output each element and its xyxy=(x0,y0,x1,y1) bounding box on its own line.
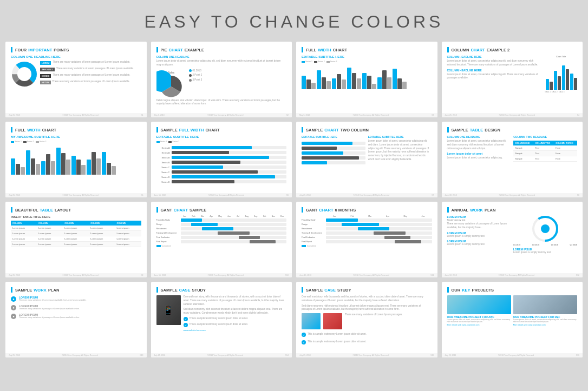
donut-chart xyxy=(11,61,38,90)
slide-title-11: GANT CHART 6 MONTHS xyxy=(302,207,432,213)
timeline-item-2: ● LOREM IPSUM There are many variations … xyxy=(11,304,141,310)
case-study-1-image: 📱 xyxy=(156,295,181,325)
gantt-row: Recruitment xyxy=(156,227,287,230)
pie-chart-svg: Sales xyxy=(156,69,186,99)
slide-footer-7: July 25, 2018 ©2018 Your Company, All Ri… xyxy=(296,193,437,197)
main-title: EASY TO CHANGE COLORS xyxy=(0,0,588,42)
project-item-1: OUR AWESOME PROJECT FOR ABC Lorem ipsum … xyxy=(447,295,511,326)
slide-beautiful-table: BEAUTIFUL TABLE LAYOUT INSERT TABLE TITL… xyxy=(5,202,147,277)
slide-subtitle-3: EDITABLE SUBTITLE HERE xyxy=(302,55,432,58)
slide-sample-table-design: SAMPLE TABLE DESIGN COLUMN ONE HEADLINE … xyxy=(442,122,583,197)
chart-legend: Series 1 Series 2 Series 3 xyxy=(302,61,432,63)
project-link-1: More details visit: www.projectsite.com xyxy=(447,324,511,326)
slide-title-16: OUR KEY PROJECTS xyxy=(447,287,578,293)
point-item-3: DONEC There are many variations of lorem… xyxy=(40,74,141,78)
table-row: SampleTextHere xyxy=(513,156,577,162)
gantt-chart-sample: JanFebMarAprMayJunJulAugSepOctNovDec Fea… xyxy=(156,215,287,247)
slide-footer-13: July 25, 2018 ©2018 Your Company, All Ri… xyxy=(5,353,147,357)
slide-footer-12: June 10, 2018 ©2018 Your Company, All Ri… xyxy=(442,273,583,277)
gantt-row: Final Evaluation xyxy=(156,236,287,239)
point-item-2: IMPORTET There are many variations of lo… xyxy=(40,67,141,71)
timeline-dot-3: ● xyxy=(11,314,16,319)
slide-sample-chart-two-column: SAMPLE CHART TWO COLUMN EDITABLE SUBTITL… xyxy=(296,122,437,197)
gantt-chart-6months: JanFebMarAprMayJun Feasibility Study Des… xyxy=(302,215,432,247)
full-width-bar-chart xyxy=(302,65,432,89)
slide-our-key-projects: OUR KEY PROJECTS OUR AWESOME PROJECT FOR… xyxy=(442,282,583,357)
slide-gant-chart-sample: GANT CHART SAMPLE JanFebMarAprMayJunJulA… xyxy=(151,202,292,277)
gantt-row: Final Report xyxy=(156,240,287,243)
slide-four-important-points: FOUR IMPORTANT POINTS COLUMN ONE HEADLIN… xyxy=(5,42,147,117)
slide-title-4: COLUMN CHART EXAMPLE 2 xyxy=(447,47,578,52)
table-row: Lorem ipsumLorem ipsumLorem ipsumLorem i… xyxy=(11,242,141,247)
slide-footer-2: May 5, 2018 ©2018 Your Company, All Righ… xyxy=(151,113,292,117)
slide-full-width-chart-2: FULL WIDTH CHART MY AWESOME SUBTITLE HER… xyxy=(5,122,147,197)
table-row: SampleTextHere xyxy=(513,145,577,151)
slide-subtitle-5: MY AWESOME SUBTITLE HERE xyxy=(11,135,141,138)
timeline-item-3: ● LOREM IPSUM There are many variations … xyxy=(11,313,141,319)
projects-grid: OUR AWESOME PROJECT FOR ABC Lorem ipsum … xyxy=(447,295,578,326)
design-table: COLUMN ONECOLUMN TWOCOLUMN THREE SampleT… xyxy=(513,141,577,162)
timeline-dot-1: ● xyxy=(11,296,16,302)
slide-gant-chart-6months: GANT CHART 6 MONTHS JanFebMarAprMayJun F… xyxy=(296,202,437,277)
slide-title-9: BEAUTIFUL TABLE LAYOUT xyxy=(11,207,141,213)
svg-point-10 xyxy=(541,224,550,233)
table-row: Lorem ipsumLorem ipsumLorem ipsumLorem i… xyxy=(11,226,141,231)
project-img-2 xyxy=(513,295,577,314)
gantt-row: Training & Development xyxy=(156,231,287,235)
slide-footer-11: June 15, 2018 ©2018 Your Company, All Ri… xyxy=(296,273,437,277)
table-row: SampleTextHere xyxy=(513,151,577,156)
slide-footer-9: July 25, 2018 ©2018 Your Company, All Ri… xyxy=(5,273,147,277)
slide-footer-15: July 25, 2018 ©2018 Your Company, All Ri… xyxy=(296,353,437,357)
slide-sample-case-study-2: SAMPLE CASE STUDY One wall mart story, t… xyxy=(296,282,437,357)
pie-subtitle: COLUMN ONE HEADLINE xyxy=(156,55,287,58)
col-chart-2-content: COLUMN HEADLINE HERE Lorem ipsum dolor s… xyxy=(447,55,578,93)
horizontal-bar-chart: Series A Series A Series B Series B Seri… xyxy=(156,146,287,183)
slide-title-12: ANNUAL WORK PLAN xyxy=(447,207,578,213)
four-points-content: LOREM There are many variations of lorem… xyxy=(11,61,141,90)
slide-footer-16: July 25, 2018 ©2018 Your Company, All Ri… xyxy=(442,353,583,357)
case-study-2-content: One wall mart story, tells thousands and… xyxy=(302,295,432,344)
work-plan-timeline: ● LOREM IPSUM There are many variations … xyxy=(11,296,141,319)
slide-pie-chart: PIE CHART EXAMPLE COLUMN ONE HEADLINE Lo… xyxy=(151,42,292,117)
svg-point-4 xyxy=(21,71,28,77)
slide-title-6: SAMPLE FULL WIDTH CHART xyxy=(156,127,287,132)
slide-title-8: SAMPLE TABLE DESIGN xyxy=(447,127,578,132)
slide-footer-3: May 5, 2018 ©2018 Your Company, All Righ… xyxy=(296,113,437,117)
gantt-row: Recruitment xyxy=(302,227,432,230)
table-design-content: COLUMN ONE HEADLINE Lorem ipsum dolor si… xyxy=(447,135,578,162)
slide-full-width-chart-1: FULL WIDTH CHART EDITABLE SUBTITLE HERE … xyxy=(296,42,437,117)
slide-sample-work-plan: SAMPLE WORK PLAN ● LOREM IPSUM There are… xyxy=(5,282,147,357)
quarter-labels: Q1 2018Q2 2018Q3 2018Q4 2018 xyxy=(513,244,577,246)
slide-title-7: SAMPLE CHART TWO COLUMN xyxy=(302,127,432,132)
slide-column-chart-2: COLUMN CHART EXAMPLE 2 COLUMN HEADLINE H… xyxy=(442,42,583,117)
check-icon-1: ✓ xyxy=(184,317,188,321)
timeline-dot-2: ● xyxy=(11,305,16,310)
slide-sample-case-study-1: SAMPLE CASE STUDY 📱 One wall mart story,… xyxy=(151,282,292,357)
case-img-2a xyxy=(302,313,321,329)
table-row: Lorem ipsumLorem ipsumLorem ipsumLorem i… xyxy=(11,236,141,242)
slides-grid: FOUR IMPORTANT POINTS COLUMN ONE HEADLIN… xyxy=(0,42,588,363)
hbar-legend: Series 1 Series 2 xyxy=(156,141,287,143)
points-list: LOREM There are many variations of lorem… xyxy=(40,61,141,90)
pie-area: Sales 01.2018 2 Point 2 3 Point 3 xyxy=(156,69,287,99)
check-icon-2: ✓ xyxy=(184,323,188,327)
slide-title-14: SAMPLE CASE STUDY xyxy=(156,287,287,293)
slide-footer-10: June 15, 2018 ©2018 Your Company, All Ri… xyxy=(151,273,292,277)
chart-legend-5: Series 1 Series 2 Series 3 xyxy=(11,141,141,143)
gantt-row: Final Report xyxy=(302,240,432,243)
gantt-row: Design xyxy=(302,223,432,226)
project-item-2: OUR AWESOME PROJECT FOR DEF Lorem ipsum … xyxy=(513,295,577,326)
slide-title-10: GANT CHART SAMPLE xyxy=(156,207,287,213)
slide-footer-6: June 15, 2017 ©2018 Your Company, All Ri… xyxy=(151,193,292,197)
gantt-row: Training & Development xyxy=(302,231,432,235)
case-img-2b xyxy=(323,313,342,329)
point-item-4: NETUS There are many variations of lorem… xyxy=(40,80,141,84)
slide-title-3: FULL WIDTH CHART xyxy=(302,47,432,52)
beautiful-table: COLUMN COLUMN COLUMN COLUMN COLUMN Lorem… xyxy=(11,221,141,247)
annual-plan-content: LOREM IPSUM Simply dummy text There are … xyxy=(447,215,578,255)
table-title: INSERT TABLE TITLE HERE xyxy=(11,215,141,218)
gantt-row: Feasibility Study xyxy=(156,218,287,222)
two-col-layout: EDITABLE SUBTITLE HERE EDITABLE SUBTITLE… xyxy=(302,135,432,166)
slide-sample-full-width-chart: SAMPLE FULL WIDTH CHART EDITABLE SUBTITL… xyxy=(151,122,292,197)
slide-annual-work-plan: ANNUAL WORK PLAN LOREM IPSUM Simply dumm… xyxy=(442,202,583,277)
